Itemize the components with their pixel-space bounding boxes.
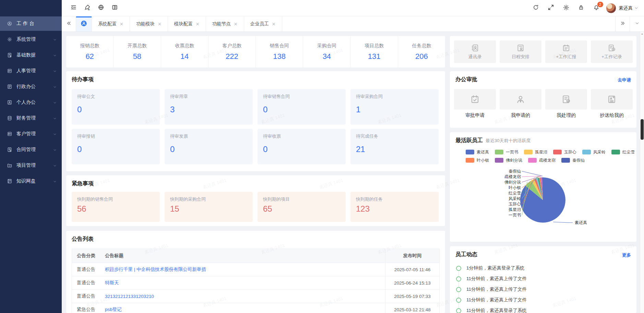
tab-close-icon[interactable]: ✕ [272,22,276,26]
sidebar-item-workbench[interactable]: 工作台 [0,16,62,31]
legend-item-玉辞心[interactable]: 玉辞心 [553,149,576,155]
contacts-tile[interactable]: 通讯录 [454,40,496,63]
tab-企业员工[interactable]: 企业员工✕ [244,16,282,32]
urgent-card[interactable]: 快到期的任务123 [350,192,439,222]
announcement-link[interactable]: 积跬步行千里 | 中企科信技术股份有限公司新举措 [105,267,206,272]
tabs-menu-button[interactable] [630,16,644,32]
refresh-button[interactable] [528,0,544,16]
todo-card[interactable]: 待完成任务21 [350,129,439,164]
table-header-row: 公告分类公告标题发布时间 [72,249,439,263]
approval-apply-tile[interactable] [454,89,496,110]
lock-screen-button[interactable] [574,0,589,16]
chevron-down-icon [53,69,57,73]
scrollbar-thumb[interactable] [641,119,644,140]
collapse-sidebar-button[interactable] [67,0,80,16]
legend-item-一页书[interactable]: 一页书 [495,149,518,155]
sidebar-item-knowledge[interactable]: 知识网盘 [0,173,62,189]
hr-icon [7,68,12,74]
activity-text: 1分钟前，素还真登录了系统 [466,265,525,271]
sidebar-item-base-data[interactable]: 基础数据 [0,47,62,63]
sidebar-item-finance[interactable]: 财务管理 [0,110,62,126]
legend-item-孤星泪[interactable]: 孤星泪 [524,149,547,155]
globe-icon [98,4,104,12]
theme-button[interactable]: A [80,0,94,16]
legend-item-秦假仙[interactable]: 秦假仙 [561,158,585,163]
sidebar-item-label: 项目管理 [16,162,53,168]
page-scrollbar[interactable]: ▲ [640,32,644,313]
legend-item-红尘雪[interactable]: 红尘雪 [611,149,635,155]
schedule-tile[interactable]: 日程安排 [500,40,541,63]
legend-item-叶小钗[interactable]: 叶小钗 [466,158,489,163]
my-processed-tile[interactable] [545,89,587,110]
urgent-card[interactable]: 快到期的项目65 [258,192,346,222]
todo-card[interactable]: 待审采购合同1 [350,89,439,125]
tab-模块配置[interactable]: 模块配置✕ [168,16,206,32]
work-record-tile[interactable]: +工作记录 [591,40,633,63]
legend-swatch [561,158,570,163]
card-value: 0 [263,145,267,154]
sidebar-item-hr[interactable]: 人事管理 [0,63,62,79]
sidebar-item-contract[interactable]: 合同管理 [0,142,62,158]
stat-label: 项目总数 [365,43,384,49]
legend-item-素还真[interactable]: 素还真 [466,149,489,155]
my-applications-tile[interactable] [500,89,541,110]
activity-text: 11分钟前，素还真上传了文件 [466,286,527,292]
notifications-button[interactable]: 2 [589,0,604,16]
approval-item-label: 我申请的 [500,112,541,118]
double-chevron-left-icon [66,21,72,27]
announcement-link[interactable]: psb登记 [105,307,122,312]
card-value: 15 [170,204,179,214]
announcement-link[interactable]: 3213212121331203210 [105,294,154,299]
pie-legend: 素还真一页书孤星泪玉辞心风采铃红尘雪叶小钗佛剑分说疏楼龙宿秦假仙 [466,148,635,164]
more-link[interactable]: 更多 [622,252,631,258]
layout-button[interactable] [108,0,121,16]
todo-card[interactable]: 待审发票0 [165,129,253,164]
urgent-card[interactable]: 快到期的销售合同56 [72,192,160,222]
tab-功能模块[interactable]: 功能模块✕ [130,16,168,32]
tab-close-icon[interactable]: ✕ [234,22,238,26]
tabs-scroll-right-button[interactable] [615,16,630,32]
sidebar-item-personal-office[interactable]: 个人办公 [0,95,62,110]
go-apply-link[interactable]: 去申请 [618,77,631,83]
stat-value: 58 [133,52,141,61]
cc-to-me-tile[interactable] [591,89,633,110]
card-value: 123 [356,204,370,214]
announcement-link[interactable]: 特斯天 [105,280,119,285]
tab-close-icon[interactable]: ✕ [158,22,162,26]
tab-close-icon[interactable]: ✕ [120,22,123,26]
user-avatar[interactable] [606,3,616,13]
scrollbar-up-arrow[interactable]: ▲ [640,33,644,35]
tabs-scroll-left-button[interactable] [62,16,76,32]
legend-item-佛剑分说[interactable]: 佛剑分说 [495,158,522,163]
tab-系统配置[interactable]: 系统配置✕ [92,16,130,32]
user-menu[interactable]: 素还真 [619,5,639,11]
settings-button[interactable] [559,0,574,16]
todo-card[interactable]: 待审公文0 [72,89,160,125]
sidebar-item-customer[interactable]: 客户管理 [0,126,62,142]
urgent-card[interactable]: 快到期的采购合同15 [165,192,253,222]
legend-item-风采铃[interactable]: 风采铃 [582,149,606,155]
todo-card[interactable]: 待审销售合同0 [258,89,346,125]
tile-label: +工作记录 [601,54,622,60]
tab-close-icon[interactable]: ✕ [196,22,200,26]
tab-dashboard[interactable] [76,16,92,32]
work-report-tile[interactable]: +工作汇报 [545,40,587,63]
stat-项目总数: 项目总数131 [350,36,398,67]
sidebar-item-project[interactable]: 项目管理 [0,158,62,173]
pie-label-风采铃: 风采铃 [509,196,521,201]
language-button[interactable] [94,0,108,16]
todo-card[interactable]: 待审收票0 [258,129,346,164]
legend-item-疏楼龙宿[interactable]: 疏楼龙宿 [528,158,556,163]
todo-card[interactable]: 待审报销0 [72,129,160,164]
sidebar-item-system[interactable]: 系统管理 [0,32,62,47]
tab-功能节点[interactable]: 功能节点✕ [206,16,244,32]
legend-row: 素还真一页书孤星泪玉辞心风采铃红尘雪 [466,148,635,156]
fullscreen-button[interactable] [544,0,559,16]
sidebar-item-admin-office[interactable]: 行政办公 [0,79,62,95]
card-value: 0 [77,145,82,154]
pie-label-孤星泪: 孤星泪 [508,207,521,212]
pie-label-疏楼龙宿: 疏楼龙宿 [504,174,521,179]
tile-label: 日程安排 [512,54,529,60]
todo-card[interactable]: 待审用章3 [165,89,253,125]
legend-label: 秦假仙 [572,158,585,163]
